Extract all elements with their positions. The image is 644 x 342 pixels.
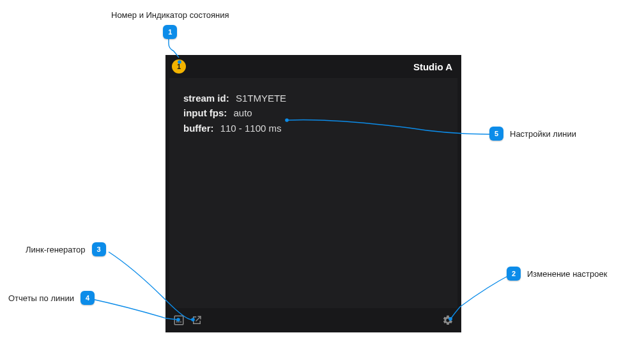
buffer-value: 110 - 1100 ms xyxy=(220,123,282,134)
panel-footer xyxy=(165,308,461,332)
reports-button[interactable] xyxy=(173,315,185,326)
link-generator-button[interactable] xyxy=(191,315,203,326)
callout-5-label: Настройки линии xyxy=(510,129,576,139)
callout-4-label: Отчеты по линии xyxy=(8,293,74,303)
panel-header: 1 Studio A xyxy=(165,55,461,78)
callout-2: 2 Изменение настроек xyxy=(507,267,607,281)
stream-panel: 1 Studio A stream id: S1TMYETE input fps… xyxy=(165,55,461,332)
callout-3-label: Линк-генератор xyxy=(26,245,86,254)
callout-5-num: 5 xyxy=(489,127,503,141)
callout-1: Номер и Индикатор состояния 1 xyxy=(111,10,229,39)
settings-button[interactable] xyxy=(442,315,454,326)
callout-3-num: 3 xyxy=(92,242,106,256)
callout-2-num: 2 xyxy=(507,267,521,281)
panel-body: stream id: S1TMYETE input fps: auto buff… xyxy=(169,78,457,308)
callout-1-label: Номер и Индикатор состояния xyxy=(111,10,229,20)
callout-4-num: 4 xyxy=(80,291,95,305)
status-indicator-badge: 1 xyxy=(172,59,186,74)
stream-id-label: stream id: xyxy=(183,93,229,104)
row-buffer: buffer: 110 - 1100 ms xyxy=(183,121,443,136)
stream-id-value: S1TMYETE xyxy=(236,93,286,104)
row-stream-id: stream id: S1TMYETE xyxy=(183,91,443,105)
panel-title: Studio A xyxy=(194,61,452,72)
input-fps-value: auto xyxy=(234,107,252,118)
row-input-fps: input fps: auto xyxy=(183,105,443,120)
buffer-label: buffer: xyxy=(183,123,214,134)
callout-3: Линк-генератор 3 xyxy=(26,242,106,256)
callout-4: Отчеты по линии 4 xyxy=(8,291,95,305)
input-fps-label: input fps: xyxy=(183,107,227,118)
callout-1-num: 1 xyxy=(163,25,177,39)
callout-5: 5 Настройки линии xyxy=(489,127,576,141)
callout-2-label: Изменение настроек xyxy=(527,269,607,279)
